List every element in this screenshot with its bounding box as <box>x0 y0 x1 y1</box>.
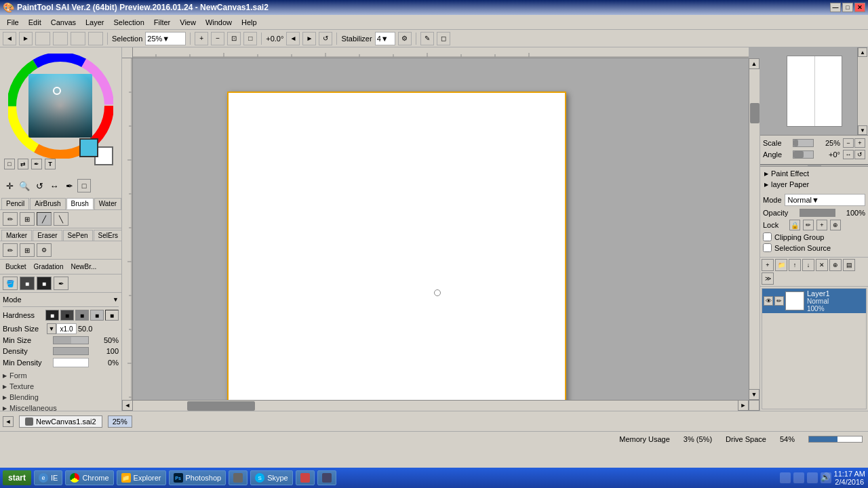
angle-reset-btn[interactable]: ↺ <box>319 32 332 45</box>
angle-left-btn[interactable]: ◄ <box>286 32 300 45</box>
color-mode-icon[interactable]: □ <box>4 159 15 169</box>
merge-layer-btn[interactable]: ⊕ <box>829 259 842 271</box>
layer-list[interactable]: 👁 ✏ Layer1 Normal 100% <box>762 288 867 409</box>
scale-minus[interactable]: − <box>843 138 854 148</box>
scrollbar-v-bottom[interactable]: ▼ <box>749 389 760 400</box>
lock-add-btn[interactable]: + <box>816 220 827 230</box>
brush-icon-2[interactable]: ⊞ <box>20 212 35 226</box>
layer-eye-1[interactable]: 👁 <box>764 296 773 306</box>
new-layer-btn[interactable]: + <box>762 259 774 271</box>
zoom-out-btn[interactable]: − <box>211 32 224 45</box>
newbr-tool[interactable]: NewBr... <box>68 262 100 272</box>
brush-icon-1[interactable]: ✏ <box>3 212 18 226</box>
hardness-3[interactable]: ■ <box>75 310 89 321</box>
taskbar-photoshop[interactable]: Ps Photoshop <box>169 470 226 485</box>
move-tool[interactable]: ✛ <box>3 179 16 192</box>
hardness-4[interactable]: ■ <box>90 310 104 321</box>
start-button[interactable]: start <box>3 470 31 485</box>
fg-color-swatch[interactable] <box>79 138 98 157</box>
angle-slider[interactable] <box>793 150 814 159</box>
miscellaneous-section[interactable]: Miscellaneous <box>3 403 119 411</box>
ellipse-select-btn[interactable] <box>53 32 68 45</box>
scrollbar-v-track[interactable] <box>749 69 760 389</box>
layer-mode-select[interactable]: Normal▼ <box>785 194 865 206</box>
lock-extra-btn[interactable]: ⊕ <box>830 220 841 230</box>
scrollbar-h-right[interactable]: ► <box>738 400 749 411</box>
zoom-tool[interactable]: 🔍 <box>18 179 31 192</box>
scrollbar-h-left[interactable]: ◄ <box>122 400 133 411</box>
hardness-2[interactable]: ■ <box>60 310 74 321</box>
pen-tool[interactable]: ✒ <box>62 179 76 192</box>
brush-icon-4[interactable]: ╲ <box>54 212 68 226</box>
min-size-slider[interactable] <box>53 336 89 344</box>
color-tool-icon-black[interactable]: ■ <box>37 277 52 290</box>
menu-filter[interactable]: Filter <box>150 17 174 28</box>
texture-section[interactable]: Texture <box>3 381 119 392</box>
tab-seters[interactable]: SelErs <box>94 230 122 241</box>
lasso-btn[interactable] <box>71 32 85 45</box>
hardness-1[interactable]: ■ <box>45 310 59 321</box>
layer-down-btn[interactable]: ↓ <box>802 259 814 271</box>
menu-view[interactable]: View <box>176 17 200 28</box>
tab-eraser[interactable]: Eraser <box>33 230 62 241</box>
scrollbar-v-top[interactable]: ▲ <box>749 58 760 69</box>
extra-tool[interactable]: □ <box>77 179 91 192</box>
bucket-tool[interactable]: Bucket <box>3 262 29 272</box>
menu-layer[interactable]: Layer <box>81 17 108 28</box>
eraser-tool-btn[interactable]: ◻ <box>437 32 450 45</box>
brush-opacity-icon[interactable]: ✒ <box>54 277 68 290</box>
scale-slider[interactable] <box>793 139 814 147</box>
volume-icon[interactable]: 🔊 <box>821 472 831 483</box>
scrollbar-left-arrow[interactable]: ◄ <box>3 416 14 427</box>
tab-marker[interactable]: Marker <box>1 230 32 241</box>
tab-water[interactable]: Water <box>94 198 121 209</box>
more-btn[interactable]: ≫ <box>762 272 774 285</box>
hardness-5[interactable]: ■ <box>105 310 119 321</box>
new-folder-btn[interactable]: 📁 <box>775 259 787 271</box>
flatten-btn[interactable]: ▤ <box>843 259 855 271</box>
lock-move-btn[interactable]: ✏ <box>803 220 814 230</box>
minimize-button[interactable]: — <box>830 3 841 12</box>
menu-help[interactable]: Help <box>237 17 261 28</box>
taskbar-app1[interactable] <box>229 470 248 485</box>
paint-effect-header[interactable]: Paint Effect <box>762 168 867 179</box>
stabilizer-dropdown[interactable]: 4▼ <box>375 32 395 45</box>
canvas-navigator[interactable]: ▲ ▼ <box>760 47 868 136</box>
color-swap-icon[interactable]: ⇄ <box>18 159 28 169</box>
subtool-icon-2[interactable]: ⊞ <box>20 243 35 257</box>
scrollbar-h-track[interactable] <box>133 400 738 411</box>
blending-section[interactable]: Blending <box>3 392 119 403</box>
magic-wand-btn[interactable] <box>88 32 103 45</box>
layer-item-1[interactable]: 👁 ✏ Layer1 Normal 100% <box>762 289 866 313</box>
menu-canvas[interactable]: Canvas <box>47 17 80 28</box>
tab-airbrush[interactable]: AirBrush <box>30 198 65 209</box>
menu-edit[interactable]: Edit <box>24 17 45 28</box>
subtool-icon-3[interactable]: ⚙ <box>37 243 52 257</box>
min-density-input-area[interactable] <box>53 358 89 367</box>
100pct-btn[interactable]: □ <box>243 32 257 45</box>
angle-flip[interactable]: ↔ <box>843 150 854 159</box>
flip-tool[interactable]: ↔ <box>47 179 61 192</box>
lock-alpha-btn[interactable]: 🔒 <box>789 220 800 230</box>
rect-select-btn[interactable] <box>35 32 50 45</box>
stabilizer-settings-btn[interactable]: ⚙ <box>398 32 412 45</box>
layer-lock-1[interactable]: ✏ <box>774 296 784 306</box>
form-section[interactable]: Form <box>3 370 119 381</box>
tab-brush[interactable]: Brush <box>66 198 94 209</box>
brush-tool-btn[interactable]: ✎ <box>420 32 434 45</box>
selection-source-checkbox[interactable] <box>763 243 772 252</box>
scale-plus[interactable]: + <box>854 138 865 148</box>
angle-reset[interactable]: ↺ <box>854 150 865 159</box>
gradation-tool[interactable]: Gradation <box>31 262 66 272</box>
menu-selection[interactable]: Selection <box>110 17 149 28</box>
zoom-in-btn[interactable]: + <box>195 32 208 45</box>
drawing-canvas[interactable] <box>227 92 566 411</box>
mode-arrow[interactable]: ▼ <box>113 296 119 303</box>
canvas-tab[interactable]: NewCanvas1.sai2 <box>19 415 102 428</box>
tab-pencil[interactable]: Pencil <box>1 198 29 209</box>
angle-right-btn[interactable]: ► <box>302 32 316 45</box>
taskbar-skype[interactable]: S Skype <box>250 470 293 485</box>
zoom-dropdown[interactable]: 25%▼ <box>145 32 186 45</box>
nav-left-btn[interactable]: ◄ <box>3 32 16 45</box>
fit-btn[interactable]: ⊡ <box>227 32 241 45</box>
